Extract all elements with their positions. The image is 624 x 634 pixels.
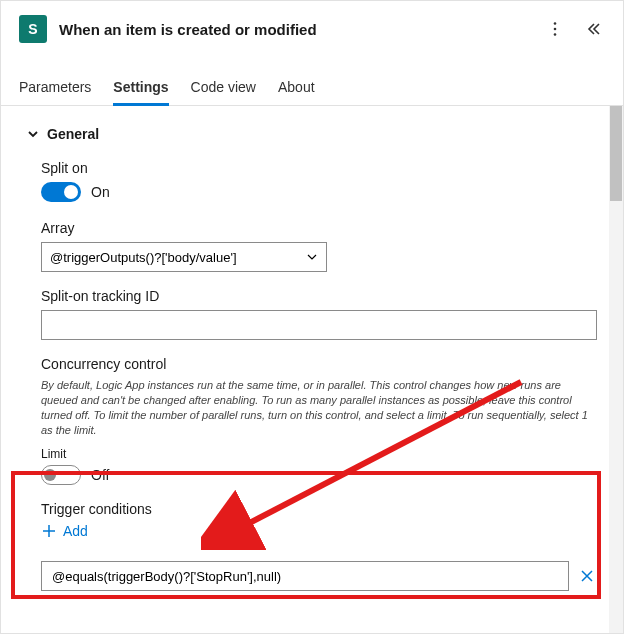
plus-icon: [41, 523, 57, 539]
trigger-conditions-label: Trigger conditions: [41, 501, 597, 517]
section-general-toggle[interactable]: General: [27, 126, 597, 142]
concurrency-description: By default, Logic App instances run at t…: [41, 378, 597, 437]
scrollbar-track[interactable]: [609, 106, 623, 633]
tracking-id-input[interactable]: [41, 310, 597, 340]
concurrency-state: Off: [91, 467, 109, 483]
concurrency-label: Concurrency control: [41, 356, 597, 372]
add-condition-button[interactable]: Add: [41, 523, 88, 539]
sharepoint-icon: S: [19, 15, 47, 43]
panel-title: When an item is created or modified: [59, 21, 531, 38]
tabs-bar: Parameters Settings Code view About: [1, 71, 623, 106]
array-select-value: @triggerOutputs()?['body/value']: [50, 250, 298, 265]
scrollbar-thumb[interactable]: [610, 106, 622, 201]
array-label: Array: [41, 220, 597, 236]
scroll-area: General Split on On Array @triggerOutput…: [1, 106, 623, 633]
tab-parameters[interactable]: Parameters: [19, 71, 91, 105]
split-on-label: Split on: [41, 160, 597, 176]
chevron-down-icon: [27, 128, 39, 140]
tracking-id-label: Split-on tracking ID: [41, 288, 597, 304]
tab-settings[interactable]: Settings: [113, 71, 168, 105]
remove-condition-button[interactable]: [577, 566, 597, 586]
split-on-state: On: [91, 184, 110, 200]
split-on-toggle[interactable]: [41, 182, 81, 202]
collapse-icon[interactable]: [581, 17, 605, 41]
add-condition-label: Add: [63, 523, 88, 539]
close-icon: [579, 568, 595, 584]
svg-point-0: [554, 22, 557, 25]
tab-code-view[interactable]: Code view: [191, 71, 256, 105]
trigger-condition-input[interactable]: [41, 561, 569, 591]
chevron-down-icon: [306, 251, 318, 263]
svg-point-1: [554, 28, 557, 31]
concurrency-toggle[interactable]: [41, 465, 81, 485]
panel-header: S When an item is created or modified: [1, 1, 623, 57]
more-icon[interactable]: [543, 17, 567, 41]
svg-point-2: [554, 33, 557, 36]
tab-about[interactable]: About: [278, 71, 315, 105]
section-general-label: General: [47, 126, 99, 142]
limit-label: Limit: [41, 447, 597, 461]
array-select[interactable]: @triggerOutputs()?['body/value']: [41, 242, 327, 272]
